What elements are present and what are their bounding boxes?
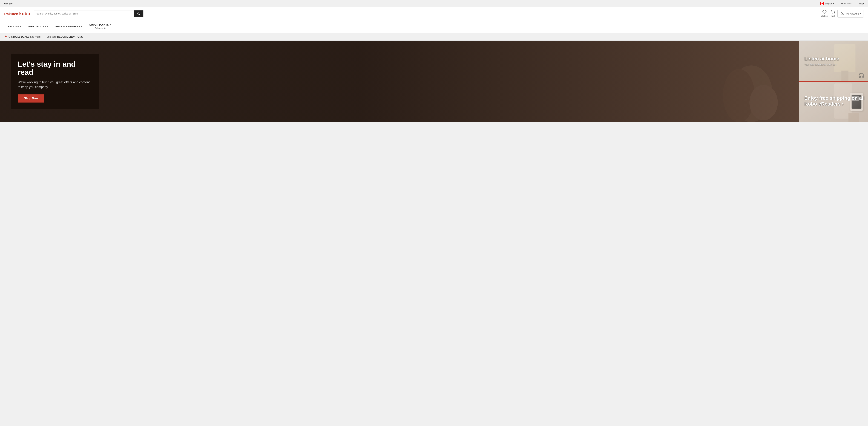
hero-box: Let's stay in and read We're working to … (11, 54, 99, 109)
svg-point-1 (834, 13, 834, 14)
navbar: eBOOKS ▾ AUDIOBOOKS ▾ APPS & eREADERS ▾ … (0, 20, 868, 33)
get15-link[interactable]: Get $15 (4, 2, 12, 5)
promo-recommendations-text: See your RECOMMENDATIONS (46, 35, 83, 38)
language-chevron-icon: ▾ (833, 3, 834, 5)
hero-people-decoration (711, 41, 781, 122)
headphone-icon: 🎧 (858, 72, 864, 78)
promo-recommendations[interactable]: See your RECOMMENDATIONS (46, 35, 83, 38)
hero-subtitle: We're working to bring you great offers … (18, 80, 92, 90)
hero-section: Let's stay in and read We're working to … (0, 41, 868, 122)
my-account-button[interactable]: My Account ▾ (837, 10, 864, 18)
promo-bar: ⚑ Get DAILY DEALS and more! See your REC… (0, 33, 868, 41)
top-bar: Get $15 🇨🇦 English ▾ Gift Cards Help (0, 0, 868, 7)
cart-link[interactable]: Cart (831, 10, 835, 17)
svg-point-5 (749, 85, 778, 120)
my-account-label: My Account (846, 12, 859, 15)
svg-rect-8 (841, 71, 848, 81)
hero-panel-audiobook[interactable]: Listen at home Your first audiobook is o… (799, 41, 868, 82)
panel-audiobook-title: Listen at home (804, 56, 839, 62)
language-selector[interactable]: 🇨🇦 English ▾ (820, 2, 834, 5)
help-link[interactable]: Help (859, 2, 864, 5)
promo-daily-text: Get DAILY DEALS and more! (8, 35, 41, 38)
super-points-chevron-icon: ▾ (110, 24, 111, 26)
header-icons: Wishlist Cart My Account ▾ (821, 10, 864, 18)
nav-ebooks-label: eBOOKS (8, 25, 19, 28)
search-input[interactable] (34, 10, 134, 17)
super-points-label-row: SUPER POINTS ▾ (89, 23, 111, 26)
panel-ereader-arrow-icon: › (842, 101, 844, 107)
nav-apps-ereaders[interactable]: APPS & eREADERS ▾ (52, 22, 86, 31)
hero-overlay (0, 41, 799, 122)
logo[interactable]: Rakuten kobo (4, 11, 30, 17)
hero-content: Let's stay in and read We're working to … (11, 54, 99, 109)
hero-panel-ereader[interactable]: ▓▓▓▓▓▓▓▓▓▓▓▓▓▓▓▓▓▓▓▓▓▓▓▓▓▓▓▓▓▓▓▓▓▓▓▓ Enj… (799, 82, 868, 122)
logo-rakuten: Rakuten (4, 12, 19, 16)
hero-title: Let's stay in and read (18, 60, 92, 76)
logo-kobo: kobo (19, 11, 30, 16)
super-points-label: SUPER POINTS (89, 23, 109, 26)
apps-chevron-icon: ▾ (81, 25, 82, 28)
search-bar (34, 10, 144, 17)
panel-audiobook-subtitle: Your first audiobook is on us › (804, 63, 839, 66)
search-icon (137, 12, 140, 15)
wishlist-icon (823, 10, 827, 14)
language-text: English (825, 2, 832, 5)
svg-point-4 (723, 69, 755, 122)
wishlist-label: Wishlist (821, 15, 828, 17)
cart-icon (831, 10, 835, 14)
panel-audiobook-arrow-icon: › (836, 63, 837, 66)
header: Rakuten kobo Wishlist Cart (0, 7, 868, 20)
wishlist-link[interactable]: Wishlist (821, 10, 828, 17)
my-account-chevron-icon: ▾ (860, 13, 861, 15)
nav-audiobooks[interactable]: AUDIOBOOKS ▾ (25, 22, 52, 31)
promo-daily-deals[interactable]: ⚑ Get DAILY DEALS and more! (4, 35, 41, 39)
svg-rect-11 (848, 113, 859, 122)
hero-main: Let's stay in and read We're working to … (0, 41, 799, 122)
panel-audiobook-content: Listen at home Your first audiobook is o… (804, 56, 839, 66)
panel-ereader-title: Enjoy free shipping on all Kobo eReaders… (804, 95, 868, 107)
nav-ebooks[interactable]: eBOOKS ▾ (4, 22, 25, 31)
panel-ereader-content: Enjoy free shipping on all Kobo eReaders… (804, 95, 868, 108)
cart-label: Cart (831, 15, 835, 17)
search-button[interactable] (134, 10, 143, 17)
ebooks-chevron-icon: ▾ (20, 25, 21, 28)
nav-audiobooks-label: AUDIOBOOKS (28, 25, 46, 28)
nav-apps-label: APPS & eREADERS (55, 25, 80, 28)
hero-right-panels: Listen at home Your first audiobook is o… (799, 41, 868, 122)
shop-now-button[interactable]: Shop Now (18, 94, 44, 103)
super-points-balance: Balance: 0 (95, 27, 105, 30)
canada-flag-icon: 🇨🇦 (820, 2, 824, 5)
language-label[interactable]: English ▾ (825, 2, 834, 5)
svg-point-2 (841, 12, 843, 13)
audiobooks-chevron-icon: ▾ (47, 25, 48, 28)
promo-flag-icon: ⚑ (4, 35, 7, 39)
nav-super-points[interactable]: SUPER POINTS ▾ Balance: 0 (86, 20, 115, 33)
svg-point-0 (832, 13, 832, 14)
gift-cards-link[interactable]: Gift Cards (837, 1, 856, 6)
account-icon (840, 11, 845, 16)
